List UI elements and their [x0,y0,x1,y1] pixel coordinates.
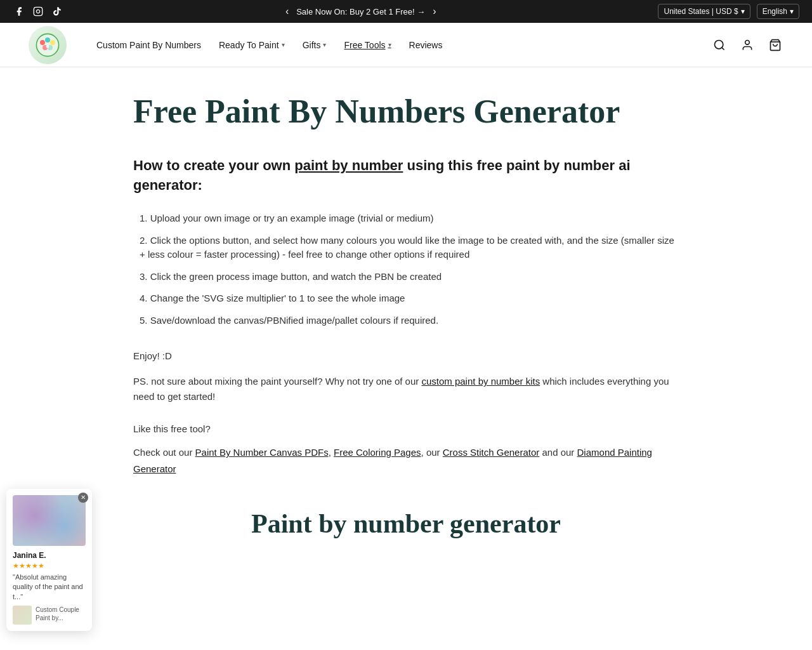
canvas-pdfs-link[interactable]: Paint By Number Canvas PDFs [195,447,329,458]
next-announcement-button[interactable]: › [430,3,438,20]
svg-point-9 [715,40,723,48]
enjoy-text: Enjoy! :D [133,350,679,361]
instagram-link[interactable] [32,5,44,18]
tiktok-link[interactable] [51,5,63,18]
account-icon [741,39,754,51]
cart-icon [769,39,782,51]
search-button[interactable] [708,34,731,56]
review-popup: ✕ Janina E. ★★★★★ "Absolut amazing quali… [6,489,92,578]
svg-point-8 [46,45,49,48]
facebook-link[interactable] [13,5,25,18]
header: Custom Paint By Numbers Ready To Paint ▾… [0,23,812,67]
sale-arrow: → [417,7,425,17]
steps-list: 1. Upload your own image or try an examp… [133,208,679,331]
logo[interactable] [25,23,70,67]
page-title: Free Paint By Numbers Generator [133,93,679,131]
language-chevron: ▾ [790,7,794,16]
locale-chevron: ▾ [741,7,745,16]
nav-gifts[interactable]: Gifts ▾ [295,35,334,55]
main-nav: Custom Paint By Numbers Ready To Paint ▾… [89,35,708,55]
sale-text: Sale Now On: Buy 2 Get 1 Free! [296,7,414,17]
nav-reviews[interactable]: Reviews [402,35,450,55]
svg-point-3 [40,40,45,45]
search-icon [713,39,726,51]
custom-kits-link[interactable]: custom paint by number kits [421,376,540,387]
close-review-popup-button[interactable]: ✕ [78,493,88,503]
svg-rect-0 [34,7,42,15]
ps-text: PS. not sure about mixing the paint your… [133,374,679,404]
generator-section-heading: Paint by number generator [133,508,679,539]
announcement-left [13,5,63,18]
main-content: Free Paint By Numbers Generator How to c… [95,67,717,577]
like-text: Like this free tool? [133,423,679,434]
header-actions [708,34,787,56]
step-2: 2. Click the options button, and select … [140,230,679,266]
language-selector[interactable]: English ▾ [757,4,799,19]
step-5: 5. Save/download the canvas/PBNified ima… [140,310,679,332]
gifts-chevron: ▾ [323,41,326,48]
paint-by-number-link[interactable]: paint by number [294,157,403,173]
svg-point-4 [45,37,50,43]
language-label: English [763,7,787,16]
check-text: Check out our Paint By Number Canvas PDF… [133,444,679,477]
cart-button[interactable] [764,34,787,56]
nav-ready-to-paint[interactable]: Ready To Paint ▾ [211,35,292,55]
sale-announcement: Sale Now On: Buy 2 Get 1 Free! → [296,7,425,17]
cross-stitch-link[interactable]: Cross Stitch Generator [443,447,540,458]
free-tools-chevron: ▾ [388,41,391,48]
logo-image [29,26,67,64]
svg-point-10 [745,40,750,44]
coloring-pages-link[interactable]: Free Coloring Pages [334,447,421,458]
announcement-center: ‹ Sale Now On: Buy 2 Get 1 Free! → › [63,3,658,20]
account-button[interactable] [736,34,759,56]
ready-to-paint-chevron: ▾ [282,41,285,48]
prev-announcement-button[interactable]: ‹ [283,3,291,20]
reviewer-name: Janina E. [13,551,86,560]
review-stars: ★★★★★ [13,562,86,570]
step-4: 4. Change the 'SVG size multiplier' to 1… [140,288,679,310]
nav-custom-paint[interactable]: Custom Paint By Numbers [89,35,209,55]
review-quote: "Absolut amazing quality of the paint an… [13,573,86,578]
how-to-heading: How to create your own paint by number u… [133,156,679,196]
social-icons [13,5,63,18]
locale-label: United States | USD $ [664,7,738,16]
nav-free-tools[interactable]: Free Tools ▾ [336,35,398,55]
review-product-image [13,495,86,546]
announcement-right: United States | USD $ ▾ English ▾ [658,4,799,19]
svg-point-5 [50,40,55,45]
announcement-bar: ‹ Sale Now On: Buy 2 Get 1 Free! → › Uni… [0,0,812,23]
step-3: 3. Click the green process image button,… [140,266,679,288]
logo-area [25,23,70,67]
locale-selector[interactable]: United States | USD $ ▾ [658,4,750,19]
step-1: 1. Upload your own image or try an examp… [140,208,679,230]
